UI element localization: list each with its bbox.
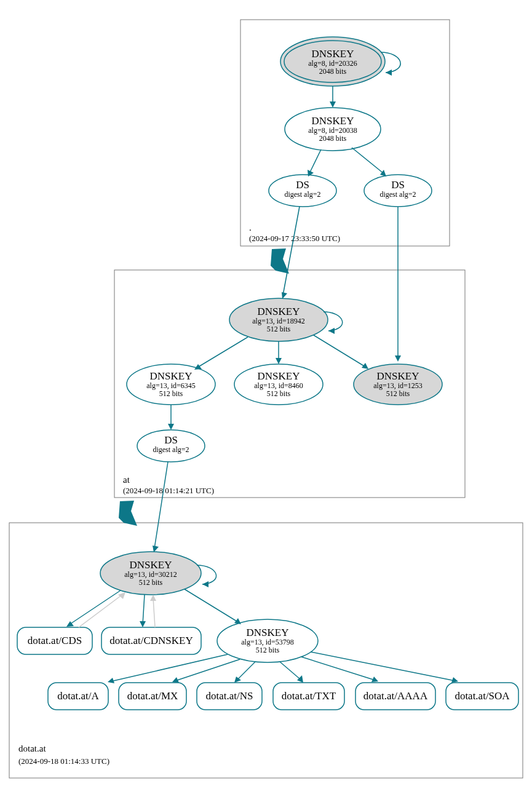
node-at-ds: DS digest alg=2 — [137, 430, 205, 462]
zone-at-name: at — [123, 475, 130, 485]
arrow-rootksk-rootzsk — [330, 101, 336, 108]
dotat-zsk-sub2: 512 bits — [256, 646, 280, 654]
node-dotat-zsk: DNSKEY alg=13, id=53798 512 bits — [217, 619, 318, 662]
rr-soa-label: dotat.at/SOA — [455, 690, 510, 702]
edge-zsk-aaaa — [301, 657, 375, 680]
root-ds2-title: DS — [391, 179, 405, 191]
arrow-zsk-a — [108, 678, 114, 683]
at-ksk-sub1: alg=13, id=18942 — [252, 317, 305, 325]
edge-dotatksk-dotatzsk — [185, 589, 239, 622]
rr-ns-label: dotat.at/NS — [206, 690, 253, 702]
node-root-ds2: DS digest alg=2 — [364, 175, 432, 207]
root-ds1-sub1: digest alg=2 — [284, 190, 320, 199]
root-ds2-sub1: digest alg=2 — [379, 190, 416, 199]
node-rr-mx: dotat.at/MX — [119, 683, 186, 710]
node-root-zsk: DNSKEY alg=8, id=20038 2048 bits — [285, 108, 381, 151]
at-zsk2-sub1: alg=13, id=8460 — [254, 381, 303, 390]
zone-root-name: . — [249, 223, 252, 232]
at-zsk1-title: DNSKEY — [150, 370, 193, 382]
edge-atksk-zsk1 — [197, 337, 248, 368]
at-zsk1-sub1: alg=13, id=6345 — [146, 381, 196, 390]
root-ds1-title: DS — [296, 179, 309, 191]
rr-a-label: dotat.at/A — [57, 690, 99, 702]
at-zsk2-sub2: 512 bits — [267, 389, 291, 398]
arrow-cdnskey-dotatksk — [150, 595, 156, 601]
node-rr-ns: dotat.at/NS — [197, 683, 262, 710]
edge-zsk-ns — [237, 662, 255, 680]
rr-mx-label: dotat.at/MX — [127, 690, 178, 702]
node-root-ksk: DNSKEY alg=8, id=20326 2048 bits — [280, 37, 385, 86]
zone-arrow-at-to-dotat — [119, 501, 137, 526]
node-at-ksk: DNSKEY alg=13, id=18942 512 bits — [229, 298, 328, 341]
node-root-ds1: DS digest alg=2 — [269, 175, 336, 207]
arrow-atksk-zsk3 — [362, 363, 368, 369]
at-ksk-sub2: 512 bits — [267, 325, 291, 333]
node-at-zsk3: DNSKEY alg=13, id=1253 512 bits — [354, 364, 442, 405]
edge-dotatksk-cds — [69, 590, 121, 625]
node-rr-txt: dotat.at/TXT — [273, 683, 344, 710]
node-rr-aaaa: dotat.at/AAAA — [355, 683, 435, 710]
rr-cdnskey-label: dotat.at/CDNSKEY — [109, 635, 193, 646]
edge-rootzsk-ds1 — [309, 149, 321, 173]
rr-cds-label: dotat.at/CDS — [28, 635, 82, 646]
arrow-atksk-self — [328, 328, 335, 334]
arrow-cds-dotatksk — [118, 592, 125, 599]
arrow-zsk-soa — [451, 677, 458, 683]
dotat-ksk-sub2: 512 bits — [139, 578, 163, 587]
edge-rootzsk-ds2 — [352, 148, 384, 174]
edge-zsk-mx — [175, 659, 240, 681]
arrow-atzsk1-atds — [168, 424, 174, 430]
at-zsk3-sub1: alg=13, id=1253 — [373, 381, 423, 390]
edge-dotatksk-cdnskey — [143, 595, 145, 624]
node-rr-cdnskey: dotat.at/CDNSKEY — [101, 627, 201, 654]
arrow-ds2-atzsk3 — [395, 355, 401, 362]
edge-ds1-atksk — [283, 207, 300, 295]
zone-at-time: (2024-09-18 01:14:21 UTC) — [123, 486, 214, 495]
root-zsk-sub2: 2048 bits — [319, 134, 347, 143]
dotat-ksk-title: DNSKEY — [130, 559, 172, 571]
edge-zsk-a — [111, 654, 228, 681]
dnssec-graph: . (2024-09-17 23:33:50 UTC) at (2024-09-… — [0, 0, 532, 786]
edge-cdnskey-dotatksk — [153, 598, 155, 627]
dotat-zsk-sub1: alg=13, id=53798 — [241, 638, 294, 646]
edge-atksk-zsk3 — [314, 335, 366, 367]
at-zsk3-sub2: 512 bits — [386, 389, 410, 398]
root-zsk-sub1: alg=8, id=20038 — [308, 126, 357, 135]
arrow-root-ksk-self — [386, 69, 392, 76]
dotat-ksk-sub1: alg=13, id=30212 — [124, 570, 177, 579]
arrow-atksk-zsk1 — [194, 364, 202, 370]
root-zsk-title: DNSKEY — [312, 115, 354, 127]
root-ksk-sub2: 2048 bits — [319, 67, 347, 76]
edge-zsk-txt — [280, 662, 301, 680]
edge-atds-dotatksk — [154, 462, 168, 549]
at-ds-sub1: digest alg=2 — [153, 445, 189, 454]
node-dotat-ksk: DNSKEY alg=13, id=30212 512 bits — [100, 552, 201, 595]
at-zsk1-sub2: 512 bits — [159, 389, 183, 398]
arrow-dotatksk-self — [202, 581, 208, 587]
node-rr-cds: dotat.at/CDS — [17, 627, 92, 654]
root-ksk-sub1: alg=8, id=20326 — [308, 59, 357, 68]
edge-cds-dotatksk — [79, 594, 123, 627]
root-ksk-title: DNSKEY — [312, 48, 354, 60]
node-at-zsk2: DNSKEY alg=13, id=8460 512 bits — [234, 364, 323, 405]
dotat-zsk-title: DNSKEY — [247, 627, 289, 638]
at-ksk-title: DNSKEY — [258, 306, 300, 317]
arrow-atksk-zsk2 — [276, 358, 282, 364]
arrow-zsk-txt — [297, 675, 303, 683]
rr-txt-label: dotat.at/TXT — [282, 690, 336, 702]
zone-dotat-name: dotat.at — [18, 744, 46, 753]
at-ds-title: DS — [164, 434, 178, 446]
at-zsk2-title: DNSKEY — [258, 370, 300, 382]
at-zsk3-title: DNSKEY — [377, 370, 419, 382]
node-rr-soa: dotat.at/SOA — [446, 683, 518, 710]
node-rr-a: dotat.at/A — [48, 683, 108, 710]
zone-dotat-time: (2024-09-18 01:14:33 UTC) — [18, 756, 109, 766]
arrow-dotatksk-cdnskey — [140, 621, 146, 627]
node-at-zsk1: DNSKEY alg=13, id=6345 512 bits — [127, 364, 215, 405]
rr-aaaa-label: dotat.at/AAAA — [363, 690, 428, 702]
arrow-dotatksk-dotatzsk — [234, 618, 241, 624]
